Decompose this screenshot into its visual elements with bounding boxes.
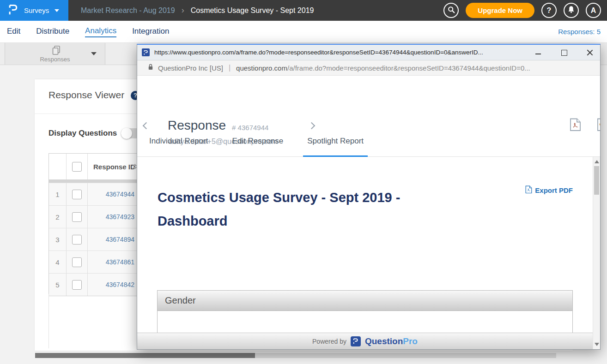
toggle-knob (121, 128, 132, 139)
questionpro-wordmark: QuestionPro (365, 336, 418, 346)
spotlight-report-content: Cosmetics Usage Survey - Sept 2019 - Das… (137, 157, 593, 333)
select-all-checkbox[interactable] (72, 162, 82, 172)
close-icon[interactable] (586, 49, 594, 56)
surveys-menu-label: Surveys (24, 6, 49, 14)
scroll-up-arrow-icon[interactable] (595, 160, 599, 163)
breadcrumb: Market Research - Aug 2019 › Cosmetics U… (81, 6, 314, 15)
row-checkbox[interactable] (72, 257, 82, 267)
popup-url: https://www.questionpro.com/a/frame.do?m… (154, 49, 524, 56)
response-editor-popup: https://www.questionpro.com/a/frame.do?m… (137, 44, 601, 350)
surveys-caret-icon (55, 9, 59, 12)
responses-toolbar-tab[interactable]: Responses (5, 43, 105, 65)
nav-item-analytics[interactable]: Analytics (85, 26, 116, 37)
gender-section: Gender (157, 290, 573, 333)
bell-icon (567, 6, 575, 15)
display-questions-label: Display Questions (49, 129, 117, 138)
dashboard-title: Cosmetics Usage Survey - Sept 2019 - Das… (158, 186, 453, 233)
popup-tabs: Individual Report Edit Response Spotligh… (137, 125, 600, 157)
responses-table: Response ID 1 43674944 2 43674923 3 4367… (49, 153, 139, 296)
maximize-icon[interactable] (560, 49, 568, 56)
table-row: 4 43674861 (49, 251, 139, 273)
breadcrumb-separator: › (182, 6, 184, 15)
help-button[interactable]: ? (541, 3, 557, 18)
response-id-cell[interactable]: 43674894 (88, 228, 139, 251)
row-number: 2 (49, 206, 67, 228)
nav-item-edit[interactable]: Edit (7, 27, 20, 37)
security-divider: | (229, 64, 231, 72)
search-button[interactable] (443, 3, 459, 18)
header-separator (49, 179, 139, 183)
window-controls (534, 49, 594, 56)
scroll-down-arrow-icon[interactable] (595, 343, 599, 346)
popup-title-bar[interactable]: https://www.questionpro.com/a/frame.do?m… (137, 45, 600, 60)
export-pdf-link[interactable]: Export PDF (525, 185, 573, 195)
certificate-org[interactable]: QuestionPro Inc [US] (158, 64, 223, 72)
breadcrumb-current: Cosmetics Usage Survey - Sept 2019 (191, 6, 314, 15)
row-checkbox[interactable] (72, 190, 82, 199)
surveys-menu[interactable]: Surveys (0, 0, 68, 21)
table-left-border (49, 294, 49, 348)
screen: Surveys Market Research - Aug 2019 › Cos… (0, 0, 607, 364)
gender-section-header: Gender (158, 291, 572, 311)
response-id-cell[interactable]: 43674842 (88, 274, 139, 296)
row-number: 4 (49, 251, 67, 273)
powered-by-footer: Powered by QuestionPro (137, 333, 593, 349)
popup-vertical-scrollbar[interactable] (593, 157, 600, 349)
notifications-button[interactable] (564, 3, 579, 18)
tab-edit-response[interactable]: Edit Response (231, 125, 285, 157)
table-row: 2 43674923 (49, 205, 139, 228)
row-checkbox[interactable] (72, 212, 82, 222)
horizontal-scrollbar-thumb[interactable] (35, 353, 255, 358)
response-id-cell[interactable]: 43674861 (88, 251, 139, 273)
tab-individual-report[interactable]: Individual Report (148, 125, 209, 157)
breadcrumb-parent-link[interactable]: Market Research - Aug 2019 (81, 6, 175, 15)
export-pdf-label: Export PDF (535, 186, 573, 194)
questionpro-logo-icon (7, 4, 18, 18)
row-number: 3 (49, 228, 67, 251)
table-row: 5 43674842 (49, 273, 139, 296)
row-number: 5 (49, 274, 67, 296)
table-header-row: Response ID (49, 154, 139, 179)
top-actions: Upgrade Now ? A (443, 3, 607, 18)
horizontal-scrollbar[interactable] (35, 353, 556, 358)
row-checkbox[interactable] (72, 235, 82, 245)
responses-tab-label: Responses (5, 56, 105, 63)
response-id-column-header[interactable]: Response ID (93, 163, 135, 171)
account-avatar[interactable]: A (586, 3, 601, 18)
lock-icon (147, 63, 154, 72)
top-bar: Surveys Market Research - Aug 2019 › Cos… (0, 0, 607, 21)
responses-tab-caret-icon[interactable] (91, 52, 97, 55)
security-domain: questionpro.com (236, 64, 287, 72)
vertical-scrollbar-thumb[interactable] (594, 166, 599, 195)
questionpro-favicon (142, 48, 150, 56)
powered-by-label: Powered by (312, 338, 346, 345)
export-pdf-icon (525, 185, 532, 195)
nav-item-distribute[interactable]: Distribute (36, 27, 69, 37)
security-bar: QuestionPro Inc [US] | questionpro.com /… (137, 60, 600, 76)
response-viewer-heading: Response Viewer (49, 90, 124, 101)
table-row: 3 43674894 (49, 228, 139, 251)
questionpro-footer-logo-icon (351, 336, 361, 346)
response-id-cell[interactable]: 43674923 (88, 206, 139, 228)
nav-item-integration[interactable]: Integration (132, 27, 169, 37)
survey-nav: Edit Distribute Analytics Integration Re… (0, 21, 607, 43)
upgrade-now-button[interactable]: Upgrade Now (466, 3, 534, 18)
security-path: /a/frame.do?mode=responseeditor&response… (287, 64, 530, 72)
table-row: 1 43674944 (49, 183, 139, 205)
row-number: 1 (49, 183, 67, 205)
response-id-cell[interactable]: 43674944 (88, 183, 139, 205)
response-header: Response # 43674944 aditya.datar+5@quest… (137, 76, 600, 125)
responses-count: Responses: 5 (558, 28, 607, 36)
gender-chart-area (158, 311, 572, 333)
minimize-icon[interactable] (534, 49, 542, 56)
search-icon (447, 6, 455, 16)
tab-spotlight-report[interactable]: Spotlight Report (306, 125, 364, 157)
row-checkbox[interactable] (72, 280, 82, 290)
